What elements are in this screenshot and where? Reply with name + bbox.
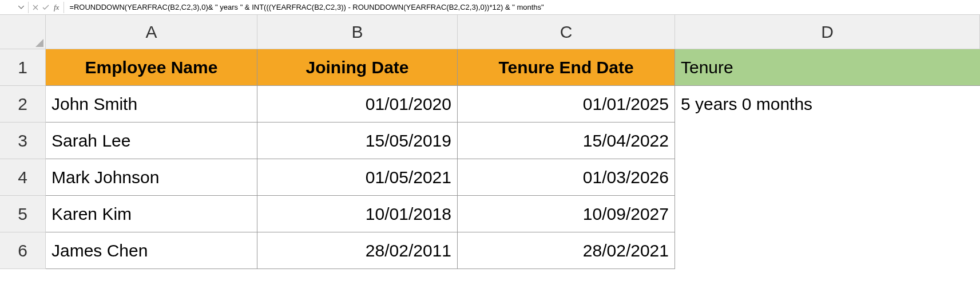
row-header-1[interactable]: 1 (0, 49, 46, 86)
cell-A2[interactable]: John Smith (46, 86, 257, 123)
cell-C2[interactable]: 01/01/2025 (458, 86, 675, 123)
formula-input[interactable] (66, 2, 980, 13)
fx-button[interactable]: fx (51, 3, 62, 12)
cell-D5[interactable] (675, 196, 980, 232)
cell-C5[interactable]: 10/09/2027 (458, 196, 675, 232)
name-box-dropdown-icon[interactable] (16, 2, 26, 13)
row-header-2[interactable]: 2 (0, 86, 46, 123)
spreadsheet-grid: A B C D 1 Employee Name Joining Date Ten… (0, 15, 980, 269)
formula-bar: fx (0, 0, 980, 15)
cell-A6[interactable]: James Chen (46, 232, 257, 269)
cell-B3[interactable]: 15/05/2019 (257, 123, 458, 159)
divider (28, 2, 29, 13)
cell-B5[interactable]: 10/01/2018 (257, 196, 458, 232)
cancel-icon[interactable] (30, 2, 41, 13)
cell-D4[interactable] (675, 159, 980, 196)
cell-C4[interactable]: 01/03/2026 (458, 159, 675, 196)
cell-A4[interactable]: Mark Johnson (46, 159, 257, 196)
cell-A5[interactable]: Karen Kim (46, 196, 257, 232)
cell-B6[interactable]: 28/02/2011 (257, 232, 458, 269)
cell-D2[interactable]: 5 years 0 months (675, 86, 980, 123)
enter-icon[interactable] (41, 2, 51, 13)
cell-A1[interactable]: Employee Name (46, 49, 257, 86)
row-header-4[interactable]: 4 (0, 159, 46, 196)
column-header-C[interactable]: C (458, 15, 675, 49)
row-header-6[interactable]: 6 (0, 232, 46, 269)
cell-B4[interactable]: 01/05/2021 (257, 159, 458, 196)
row-header-3[interactable]: 3 (0, 123, 46, 159)
cell-C3[interactable]: 15/04/2022 (458, 123, 675, 159)
cell-D6[interactable] (675, 232, 980, 269)
column-header-B[interactable]: B (257, 15, 458, 49)
cell-A3[interactable]: Sarah Lee (46, 123, 257, 159)
column-header-D[interactable]: D (675, 15, 980, 49)
cell-C6[interactable]: 28/02/2021 (458, 232, 675, 269)
cell-C1[interactable]: Tenure End Date (458, 49, 675, 86)
cell-B1[interactable]: Joining Date (257, 49, 458, 86)
column-header-A[interactable]: A (46, 15, 257, 49)
cell-D3[interactable] (675, 123, 980, 159)
divider (64, 2, 64, 13)
cell-B2[interactable]: 01/01/2020 (257, 86, 458, 123)
row-header-5[interactable]: 5 (0, 196, 46, 232)
select-all-corner[interactable] (0, 15, 46, 49)
cell-D1[interactable]: Tenure (675, 49, 980, 86)
